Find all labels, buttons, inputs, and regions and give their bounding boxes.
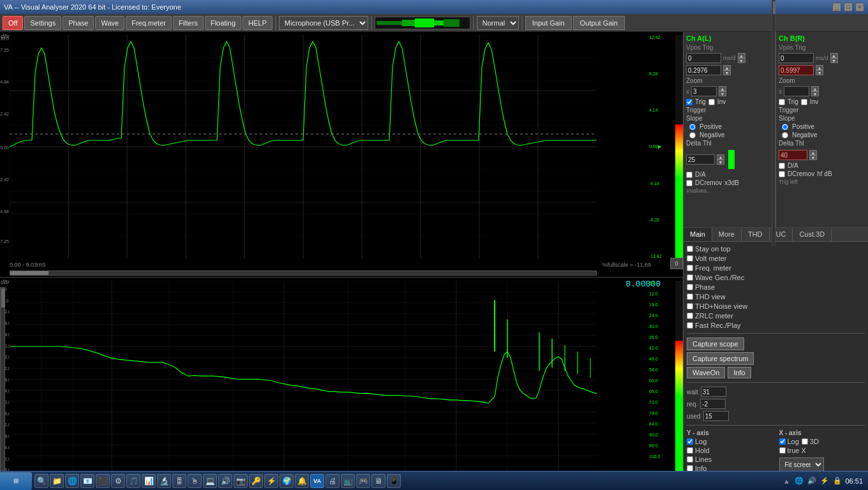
spec-scroll-thumb[interactable]	[1, 288, 5, 308]
tab-thd[interactable]: THD	[742, 228, 770, 241]
ch-b-ms-input[interactable]	[779, 53, 814, 63]
start-button[interactable]: ⊞	[0, 472, 32, 490]
x-3d-check[interactable]: 3D	[802, 438, 819, 445]
tab-more[interactable]: More	[712, 228, 742, 241]
device-select[interactable]: Microphone (USB Pr...	[279, 16, 368, 30]
used-input[interactable]	[703, 411, 729, 421]
tab-cust3d[interactable]: Cust.3D	[793, 228, 832, 241]
off-button[interactable]: Off	[3, 16, 23, 30]
wait-input[interactable]	[701, 387, 726, 397]
ch-b-zoom-up[interactable]: ▲	[811, 86, 819, 91]
ch-a-zoom-up[interactable]: ▲	[719, 86, 726, 91]
taskbar-icon-app3[interactable]: 🔬	[157, 474, 171, 488]
thd-noise-checkbox[interactable]	[687, 303, 693, 309]
y-log-checkbox[interactable]	[687, 438, 693, 445]
taskbar-icon-app1[interactable]: 🎵	[126, 474, 140, 488]
ch-a-ms-up[interactable]: ▲	[738, 53, 745, 58]
x-log-check[interactable]: Log	[779, 438, 799, 445]
tray-battery-icon[interactable]: ⚡	[819, 476, 830, 486]
tray-volume-icon[interactable]: 🔊	[807, 476, 817, 486]
ch-a-trig-check[interactable]	[686, 99, 692, 105]
taskbar-icon-settings[interactable]: ⚙	[111, 474, 125, 488]
ch-b-inv-check[interactable]	[801, 99, 807, 105]
ch-a-vpos-input[interactable]	[686, 65, 721, 75]
stay-on-top-check[interactable]: Stay on top	[687, 245, 865, 253]
osc-scrollbar[interactable]	[10, 271, 597, 276]
fast-rec-checkbox[interactable]	[687, 322, 693, 329]
floating-button[interactable]: Floating	[205, 16, 241, 30]
ch-b-vpos-up[interactable]: ▲	[816, 65, 823, 70]
stay-on-top-checkbox[interactable]	[687, 246, 693, 252]
wave-gen-rec-checkbox[interactable]	[687, 274, 693, 281]
y-log-check[interactable]: Log	[687, 438, 773, 445]
y-hold-check[interactable]: Hold	[687, 447, 773, 454]
ch-a-ms-input[interactable]	[686, 53, 721, 63]
phase-checkbox[interactable]	[687, 284, 693, 290]
freq-meter-button[interactable]: Freq.meter	[126, 16, 172, 30]
taskbar-icon-app15[interactable]: 🎮	[356, 474, 370, 488]
ch-b-delta-down[interactable]: ▼	[809, 155, 817, 160]
ch-a-delta-down[interactable]: ▼	[717, 160, 724, 165]
taskbar-icon-app13[interactable]: 🖨	[326, 474, 340, 488]
tray-lock-icon[interactable]: 🔒	[832, 476, 842, 486]
tray-network-icon[interactable]: 🌐	[794, 476, 804, 486]
mode-select[interactable]: Normal	[477, 16, 519, 30]
phase-check[interactable]: Phase	[687, 283, 865, 291]
taskbar-icon-app2[interactable]: 📊	[142, 474, 156, 488]
taskbar-icon-search[interactable]: 🔍	[34, 474, 49, 488]
settings-button[interactable]: Settings	[24, 16, 61, 30]
taskbar-icon-app4[interactable]: 🎛	[172, 474, 186, 488]
x-log-checkbox[interactable]	[779, 438, 786, 445]
taskbar-icon-app11[interactable]: 🌍	[280, 474, 294, 488]
ch-a-zoom-down[interactable]: ▼	[719, 91, 726, 96]
ch-b-delta-input[interactable]	[779, 150, 807, 160]
ch-a-scroll-thumb[interactable]	[773, 1, 775, 14]
scroll-thumb[interactable]	[10, 271, 49, 275]
volt-meter-checkbox[interactable]	[687, 255, 693, 262]
taskbar-icon-va[interactable]: VA	[310, 474, 324, 488]
ch-a-scrollbar[interactable]	[772, 0, 775, 246]
taskbar-icon-app9[interactable]: 🔑	[249, 474, 263, 488]
freq-meter-check[interactable]: Freq. meter	[687, 264, 865, 272]
ch-b-zoom-input[interactable]	[784, 86, 809, 96]
taskbar-icon-browser[interactable]: 🌐	[65, 474, 79, 488]
capture-scope-button[interactable]: Capture scope	[687, 338, 744, 350]
wave-gen-rec-check[interactable]: Wave Gen./Rec	[687, 274, 865, 281]
y-hold-checkbox[interactable]	[687, 447, 693, 454]
help-button[interactable]: HELP	[243, 16, 273, 30]
taskbar-icon-app8[interactable]: 📷	[234, 474, 248, 488]
ch-b-delta-up[interactable]: ▲	[809, 150, 817, 155]
x-truex-checkbox[interactable]	[779, 447, 786, 454]
spec-v-scrollbar[interactable]	[0, 287, 5, 487]
ch-b-neg-radio[interactable]	[782, 132, 788, 138]
taskbar-icon-app12[interactable]: 🔔	[295, 474, 309, 488]
taskbar-icon-app7[interactable]: 🔊	[218, 474, 232, 488]
maximize-button[interactable]: □	[844, 3, 853, 11]
thd-view-checkbox[interactable]	[687, 293, 693, 300]
input-gain-button[interactable]: Input Gain	[525, 16, 572, 30]
ch-a-delta-up[interactable]: ▲	[717, 154, 724, 160]
thd-view-check[interactable]: THD view	[687, 293, 865, 301]
volt-meter-check[interactable]: Volt meter	[687, 255, 865, 262]
ch-b-ms-down[interactable]: ▼	[830, 58, 838, 63]
wave-button[interactable]: Wave	[95, 16, 124, 30]
x-3d-checkbox[interactable]	[802, 438, 808, 445]
ch-b-vpos-down[interactable]: ▼	[816, 70, 823, 75]
taskbar-icon-app16[interactable]: 🖥	[371, 474, 385, 488]
thd-noise-check[interactable]: THD+Noise view	[687, 302, 865, 310]
output-gain-button[interactable]: Output Gain	[573, 16, 625, 30]
ch-a-zoom-input[interactable]	[691, 86, 717, 96]
taskbar-icon-app6[interactable]: 💻	[203, 474, 217, 488]
wave-on-button[interactable]: WaveOn	[687, 367, 725, 378]
ch-b-dcremov-check[interactable]	[779, 171, 785, 177]
taskbar-icon-app10[interactable]: ⚡	[264, 474, 278, 488]
ch-a-pos-radio[interactable]	[689, 124, 696, 130]
ch-a-neg-radio[interactable]	[689, 132, 696, 138]
zrlc-meter-checkbox[interactable]	[687, 313, 693, 319]
ch-b-pos-radio[interactable]	[782, 124, 788, 130]
ch-a-inv-check[interactable]	[708, 99, 715, 105]
ch-a-delta-input[interactable]	[686, 154, 715, 165]
minimize-button[interactable]: _	[832, 3, 841, 11]
y-lines-checkbox[interactable]	[687, 456, 693, 463]
req-input[interactable]	[700, 399, 726, 409]
